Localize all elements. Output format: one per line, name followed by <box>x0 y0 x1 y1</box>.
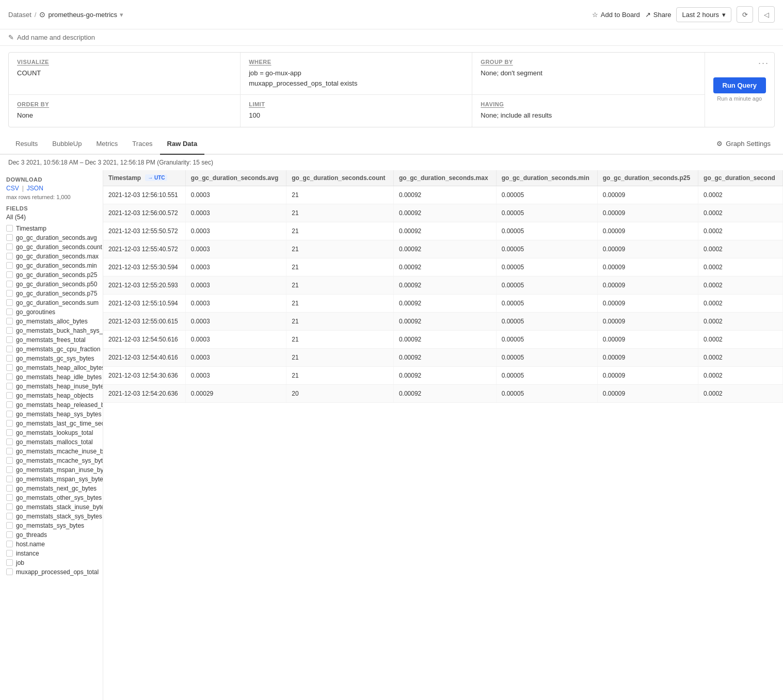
add-to-board-button[interactable]: ☆ Add to Board <box>592 11 640 19</box>
field-item[interactable]: go_memstats_next_gc_bytes <box>6 484 97 493</box>
field-item[interactable]: go_memstats_other_sys_bytes <box>6 493 97 502</box>
field-checkbox[interactable] <box>6 373 13 380</box>
field-checkbox[interactable] <box>6 568 13 575</box>
limit-section[interactable]: LIMIT 100 <box>241 95 472 127</box>
order-by-section[interactable]: ORDER BY None <box>9 95 241 127</box>
field-item[interactable]: go_memstats_heap_inuse_bytes <box>6 382 97 391</box>
field-checkbox[interactable] <box>6 531 13 538</box>
field-item[interactable]: go_gc_duration_seconds.sum <box>6 298 97 307</box>
field-checkbox[interactable] <box>6 364 13 371</box>
field-checkbox[interactable] <box>6 308 13 315</box>
field-checkbox[interactable] <box>6 448 13 454</box>
share-button[interactable]: ↗ Share <box>645 11 672 19</box>
field-checkbox[interactable] <box>6 271 13 278</box>
field-checkbox[interactable] <box>6 513 13 519</box>
run-query-button[interactable]: Run Query <box>713 77 766 93</box>
field-checkbox[interactable] <box>6 559 13 566</box>
field-item[interactable]: go_gc_duration_seconds.min <box>6 261 97 270</box>
csv-download-link[interactable]: CSV <box>6 185 19 192</box>
column-header[interactable]: go_gc_duration_seconds.p25 <box>597 170 698 186</box>
where-section[interactable]: WHERE job = go-mux-app muxapp_processed_… <box>241 53 472 94</box>
field-item[interactable]: go_memstats_stack_inuse_bytes <box>6 502 97 512</box>
settings-icon-button[interactable]: ◁ <box>758 6 775 23</box>
field-checkbox[interactable] <box>6 243 13 250</box>
tab-metrics[interactable]: Metrics <box>89 134 125 155</box>
refresh-button[interactable]: ⟳ <box>737 6 753 23</box>
field-checkbox[interactable] <box>6 383 13 389</box>
field-item[interactable]: go_memstats_mcache_inuse_byt <box>6 447 97 456</box>
column-header[interactable]: go_gc_duration_second <box>698 170 783 186</box>
field-checkbox[interactable] <box>6 420 13 427</box>
field-checkbox[interactable] <box>6 392 13 399</box>
field-checkbox[interactable] <box>6 336 13 343</box>
field-item[interactable]: go_memstats_last_gc_time_seco <box>6 419 97 428</box>
field-item[interactable]: go_gc_duration_seconds.count <box>6 242 97 252</box>
field-checkbox[interactable] <box>6 318 13 324</box>
field-checkbox[interactable] <box>6 411 13 417</box>
json-download-link[interactable]: JSON <box>27 185 43 192</box>
field-item[interactable]: go_gc_duration_seconds.avg <box>6 233 97 242</box>
field-checkbox[interactable] <box>6 290 13 297</box>
visualize-section[interactable]: VISUALIZE COUNT <box>9 53 241 94</box>
field-checkbox[interactable] <box>6 401 13 408</box>
field-checkbox[interactable] <box>6 541 13 547</box>
tab-results[interactable]: Results <box>8 134 45 155</box>
field-item[interactable]: host.name <box>6 540 97 549</box>
field-checkbox[interactable] <box>6 522 13 529</box>
field-checkbox[interactable] <box>6 429 13 436</box>
field-checkbox[interactable] <box>6 253 13 259</box>
field-item[interactable]: go_threads <box>6 530 97 540</box>
field-item[interactable]: go_goroutines <box>6 307 97 317</box>
field-checkbox[interactable] <box>6 299 13 306</box>
tab-traces[interactable]: Traces <box>125 134 159 155</box>
field-item[interactable]: muxapp_processed_ops_total <box>6 567 97 577</box>
field-checkbox[interactable] <box>6 438 13 445</box>
field-item[interactable]: Timestamp <box>6 224 97 233</box>
field-checkbox[interactable] <box>6 503 13 510</box>
tab-raw-data[interactable]: Raw Data <box>160 134 205 155</box>
field-item[interactable]: go_memstats_mallocs_total <box>6 437 97 447</box>
more-options-button[interactable]: ··· <box>758 58 769 69</box>
add-name-link[interactable]: ✎ Add name and description <box>8 34 775 41</box>
field-checkbox[interactable] <box>6 281 13 287</box>
column-header[interactable]: go_gc_duration_seconds.avg <box>185 170 286 186</box>
field-item[interactable]: go_gc_duration_seconds.max <box>6 252 97 261</box>
having-section[interactable]: HAVING None; include all results <box>472 95 704 127</box>
field-item[interactable]: go_memstats_heap_alloc_bytes <box>6 363 97 372</box>
tab-bubbleup[interactable]: BubbleUp <box>45 134 89 155</box>
field-checkbox[interactable] <box>6 476 13 482</box>
field-item[interactable]: go_memstats_mspan_inuse_byte <box>6 465 97 475</box>
group-by-section[interactable]: GROUP BY None; don't segment <box>472 53 704 94</box>
field-item[interactable]: go_memstats_heap_released_byt <box>6 400 97 410</box>
field-item[interactable]: go_memstats_gc_sys_bytes <box>6 354 97 363</box>
field-item[interactable]: go_gc_duration_seconds.p25 <box>6 270 97 280</box>
field-checkbox[interactable] <box>6 346 13 352</box>
field-checkbox[interactable] <box>6 327 13 334</box>
field-item[interactable]: go_memstats_mcache_sys_bytes <box>6 456 97 465</box>
field-item[interactable]: go_memstats_stack_sys_bytes <box>6 512 97 521</box>
field-item[interactable]: go_memstats_alloc_bytes <box>6 317 97 326</box>
breadcrumb-current[interactable]: ⊙ prometheus-go-metrics ▾ <box>39 10 123 19</box>
field-item[interactable]: go_memstats_heap_idle_bytes <box>6 372 97 382</box>
column-header[interactable]: go_gc_duration_seconds.count <box>286 170 394 186</box>
field-item[interactable]: instance <box>6 549 97 558</box>
field-checkbox[interactable] <box>6 494 13 501</box>
fields-all[interactable]: All (54) <box>6 214 97 221</box>
column-header[interactable]: go_gc_duration_seconds.min <box>496 170 597 186</box>
field-checkbox[interactable] <box>6 466 13 473</box>
field-item[interactable]: go_memstats_gc_cpu_fraction <box>6 345 97 354</box>
field-checkbox[interactable] <box>6 550 13 557</box>
graph-settings-button[interactable]: ⚙ Graph Settings <box>712 138 775 150</box>
time-selector[interactable]: Last 2 hours ▾ <box>676 7 731 22</box>
field-checkbox[interactable] <box>6 262 13 269</box>
field-checkbox[interactable] <box>6 485 13 492</box>
field-checkbox[interactable] <box>6 355 13 362</box>
field-item[interactable]: go_memstats_mspan_sys_bytes <box>6 475 97 484</box>
field-checkbox[interactable] <box>6 457 13 464</box>
field-checkbox[interactable] <box>6 234 13 241</box>
column-header[interactable]: go_gc_duration_seconds.max <box>393 170 496 186</box>
field-item[interactable]: go_gc_duration_seconds.p75 <box>6 289 97 298</box>
field-item[interactable]: go_gc_duration_seconds.p50 <box>6 280 97 289</box>
field-item[interactable]: go_memstats_heap_sys_bytes <box>6 410 97 419</box>
column-header[interactable]: Timestamp → UTC <box>103 170 185 186</box>
